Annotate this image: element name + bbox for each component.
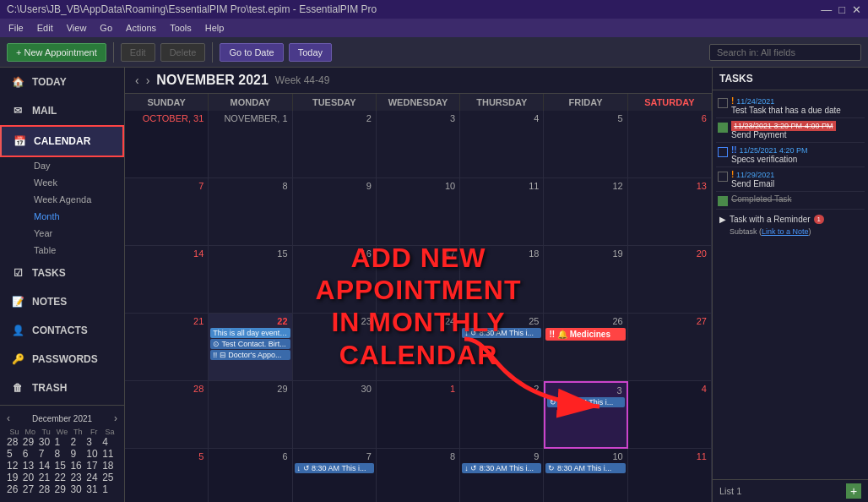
calendar-event[interactable]: ↓ ↺ 8:30 AM This i... <box>462 328 541 338</box>
calendar-cell[interactable]: 3↻ 8:30 AM This i... <box>544 381 627 449</box>
mini-cal-day[interactable]: 28 <box>7 436 22 448</box>
mini-cal-day[interactable]: 15 <box>55 460 70 472</box>
calendar-cell[interactable]: 3 <box>377 111 460 178</box>
calendar-cell[interactable]: 7 <box>125 178 209 246</box>
calendar-cell[interactable]: 9↓ ↺ 8:30 AM This i... <box>460 449 544 502</box>
mini-cal-day[interactable]: 9 <box>70 448 85 460</box>
mini-cal-day[interactable]: 11 <box>102 448 117 460</box>
calendar-event[interactable]: !! ⊟ Doctor's Appo... <box>210 350 290 360</box>
calendar-cell[interactable]: 9 <box>293 178 377 246</box>
go-to-date-button[interactable]: Go to Date <box>220 43 283 62</box>
calendar-cell[interactable]: 17 <box>377 246 460 314</box>
calendar-cell[interactable]: OCTOBER, 31 <box>125 111 209 178</box>
menu-help[interactable]: Help <box>200 21 230 35</box>
sidebar-item-passwords[interactable]: 🔑 PASSWORDS <box>0 345 124 374</box>
calendar-cell[interactable]: 30 <box>293 381 377 449</box>
calendar-cell[interactable]: 29 <box>209 381 292 449</box>
cal-next[interactable]: › <box>146 74 150 87</box>
calendar-cell[interactable]: 5 <box>125 449 209 502</box>
calendar-cell[interactable]: 8 <box>209 178 292 246</box>
sidebar-item-today[interactable]: 🏠 TODAY <box>0 68 124 96</box>
mini-cal-day[interactable]: 30 <box>70 483 85 495</box>
mini-cal-day[interactable]: 12 <box>7 460 22 472</box>
mini-cal-day[interactable]: 29 <box>55 483 70 495</box>
mini-cal-day[interactable]: 8 <box>55 448 70 460</box>
close-button[interactable]: ✕ <box>852 3 861 16</box>
calendar-cell[interactable]: 18 <box>460 246 544 314</box>
mini-cal-day[interactable]: 26 <box>7 483 22 495</box>
mini-cal-day[interactable]: 22 <box>55 472 70 483</box>
sidebar-item-tasks[interactable]: ☑ TASKS <box>0 259 124 287</box>
mini-cal-prev[interactable]: ‹ <box>7 412 10 424</box>
calendar-cell[interactable]: 16 <box>293 246 377 314</box>
cal-prev[interactable]: ‹ <box>135 74 139 87</box>
menu-tools[interactable]: Tools <box>165 21 197 35</box>
sidebar-item-notes[interactable]: 📝 NOTES <box>0 287 124 316</box>
calendar-event[interactable]: !! 🔔 Medicines <box>545 328 625 341</box>
calendar-cell[interactable]: 4 <box>460 111 544 178</box>
calendar-cell[interactable]: 5 <box>544 111 627 178</box>
mini-cal-day[interactable]: 16 <box>70 460 85 472</box>
mini-cal-day[interactable]: 28 <box>39 483 54 495</box>
calendar-cell[interactable]: 20 <box>628 246 712 314</box>
calendar-cell[interactable]: 6 <box>209 449 292 502</box>
calendar-cell[interactable]: 27 <box>628 314 712 381</box>
calendar-event[interactable]: ↓ ↺ 8:30 AM This i... <box>295 463 374 473</box>
mini-cal-day[interactable]: 23 <box>70 472 85 483</box>
calendar-cell[interactable]: 2 <box>293 111 377 178</box>
mini-cal-day[interactable]: 2 <box>70 436 85 448</box>
calendar-cell[interactable]: 14 <box>125 246 209 314</box>
mini-cal-day[interactable]: 17 <box>86 460 101 472</box>
mini-cal-day[interactable]: 3 <box>86 436 101 448</box>
task-checkbox[interactable] <box>718 196 728 206</box>
sidebar-item-mail[interactable]: ✉ MAIL <box>0 96 124 125</box>
mini-cal-day[interactable]: 20 <box>23 472 38 483</box>
mini-cal-day[interactable]: 13 <box>23 460 38 472</box>
calendar-event[interactable]: ⊙ Test Contact. Birt... <box>210 339 290 349</box>
maximize-button[interactable]: □ <box>838 3 845 16</box>
calendar-cell[interactable]: 28 <box>125 381 209 449</box>
calendar-cell[interactable]: 23 <box>293 314 377 381</box>
sidebar-item-trash[interactable]: 🗑 TRASH <box>0 374 124 402</box>
new-appointment-button[interactable]: + New Appointment <box>7 43 106 62</box>
mini-cal-next[interactable]: › <box>114 412 117 424</box>
subtask-link[interactable]: Link to a Note <box>762 227 809 236</box>
mini-cal-day[interactable]: 1 <box>55 436 70 448</box>
calendar-cell[interactable]: 10 <box>377 178 460 246</box>
mini-cal-day[interactable]: 7 <box>39 448 54 460</box>
calendar-cell[interactable]: 13 <box>628 178 712 246</box>
menu-actions[interactable]: Actions <box>121 21 161 35</box>
menu-view[interactable]: View <box>62 21 92 35</box>
calendar-cell[interactable]: 26!! 🔔 Medicines <box>544 314 627 381</box>
calendar-cell[interactable]: 24 <box>377 314 460 381</box>
calendar-event[interactable]: This is all day event. N <box>210 328 290 338</box>
menu-go[interactable]: Go <box>95 21 117 35</box>
mini-cal-day[interactable]: 29 <box>23 436 38 448</box>
calendar-event[interactable]: ↓ ↺ 8:30 AM This i... <box>462 463 541 473</box>
menu-file[interactable]: File <box>3 21 29 35</box>
calendar-cell[interactable]: 22This is all day event. N⊙ Test Contact… <box>209 314 292 381</box>
subnav-year[interactable]: Year <box>27 225 124 242</box>
mini-cal-day[interactable]: 14 <box>39 460 54 472</box>
sidebar-item-contacts[interactable]: 👤 CONTACTS <box>0 316 124 345</box>
mini-cal-day[interactable]: 19 <box>7 472 22 483</box>
mini-cal-day[interactable]: 30 <box>39 436 54 448</box>
mini-cal-day[interactable]: 18 <box>102 460 117 472</box>
calendar-cell[interactable]: 8 <box>377 449 460 502</box>
minimize-button[interactable]: — <box>821 3 832 16</box>
calendar-cell[interactable]: 11 <box>628 449 712 502</box>
task-checkbox[interactable] <box>718 172 728 182</box>
subnav-day[interactable]: Day <box>27 157 124 174</box>
menu-edit[interactable]: Edit <box>32 21 58 35</box>
calendar-cell[interactable]: 7↓ ↺ 8:30 AM This i... <box>293 449 377 502</box>
mini-cal-day[interactable]: 4 <box>102 436 117 448</box>
edit-button[interactable]: Edit <box>121 43 155 62</box>
subnav-week-agenda[interactable]: Week Agenda <box>27 191 124 208</box>
calendar-event[interactable]: ↻ 8:30 AM This i... <box>547 397 624 407</box>
calendar-cell[interactable]: 12 <box>544 178 627 246</box>
mini-cal-day[interactable]: 24 <box>86 472 101 483</box>
add-list-button[interactable]: + <box>846 483 861 499</box>
calendar-cell[interactable]: 15 <box>209 246 292 314</box>
delete-button[interactable]: Delete <box>160 43 206 62</box>
mini-cal-day[interactable]: 21 <box>39 472 54 483</box>
